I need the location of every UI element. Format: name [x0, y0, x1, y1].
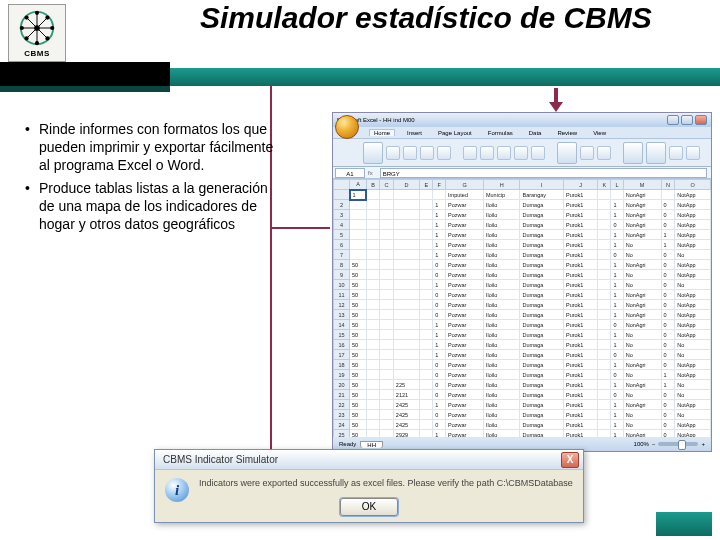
name-box[interactable]: A1: [335, 168, 365, 178]
status-ready: Ready: [339, 441, 360, 448]
toolbar-button[interactable]: [557, 142, 577, 164]
excel-screenshot: Microsoft Excel - HH ind M00 HomeInsertP…: [332, 112, 712, 452]
svg-point-10: [45, 15, 49, 19]
svg-point-12: [45, 36, 49, 40]
maximize-button[interactable]: [681, 115, 693, 125]
ribbon-tab[interactable]: Home: [369, 129, 395, 136]
close-button[interactable]: [695, 115, 707, 125]
svg-point-17: [34, 25, 40, 31]
svg-point-13: [35, 41, 39, 45]
body-text: •Rinde informes con formatos los que pue…: [25, 120, 285, 237]
slide-title: Simulador estadístico de CBMS: [200, 0, 652, 36]
ribbon-tab[interactable]: View: [589, 130, 610, 136]
office-button-icon[interactable]: [335, 115, 359, 139]
toolbar-button[interactable]: [686, 146, 700, 160]
logo-text: CBMS: [24, 49, 50, 58]
dialog-title-text: CBMS Indicator Simulator: [159, 454, 278, 465]
decor-dark-bar: [0, 86, 170, 92]
toolbar-button[interactable]: [497, 146, 511, 160]
excel-titlebar: Microsoft Excel - HH ind M00: [333, 113, 711, 127]
svg-point-15: [20, 25, 24, 29]
spreadsheet-grid[interactable]: ABCDEFGHIJKLMNO1ImputedMunicipBarangayPu…: [333, 179, 711, 437]
ribbon-toolbar: [333, 139, 711, 167]
svg-point-11: [50, 25, 54, 29]
ribbon-tab[interactable]: Insert: [403, 130, 426, 136]
ribbon-tab[interactable]: Review: [553, 130, 581, 136]
dialog-titlebar: CBMS Indicator Simulator X: [155, 450, 583, 470]
ribbon-tab[interactable]: Data: [525, 130, 546, 136]
formula-input[interactable]: BRGY: [380, 168, 707, 178]
decor-corner: [656, 512, 712, 536]
toolbar-button[interactable]: [420, 146, 434, 160]
toolbar-button[interactable]: [531, 146, 545, 160]
svg-point-9: [35, 10, 39, 14]
bullet-1: Rinde informes con formatos los que pued…: [39, 120, 285, 175]
zoom-control[interactable]: 100% −+: [634, 441, 705, 447]
toolbar-button[interactable]: [623, 142, 643, 164]
message-dialog: CBMS Indicator Simulator X i Indicators …: [154, 449, 584, 523]
ribbon-tabs: HomeInsertPage LayoutFormulasDataReviewV…: [333, 127, 711, 139]
info-icon: i: [165, 478, 189, 502]
decor-black-bar: [0, 62, 170, 86]
dialog-close-button[interactable]: X: [561, 452, 579, 468]
toolbar-button[interactable]: [403, 146, 417, 160]
paste-button[interactable]: [363, 142, 383, 164]
svg-point-16: [24, 15, 28, 19]
ribbon-tab[interactable]: Page Layout: [434, 130, 476, 136]
ribbon-tab[interactable]: Formulas: [484, 130, 517, 136]
dialog-message: Indicators were exported successfully as…: [199, 478, 573, 489]
logo-icon: [18, 9, 56, 47]
sheet-tab[interactable]: HH: [360, 441, 383, 448]
toolbar-button[interactable]: [514, 146, 528, 160]
cbms-logo: CBMS: [8, 4, 66, 62]
toolbar-button[interactable]: [669, 146, 683, 160]
toolbar-button[interactable]: [646, 142, 666, 164]
ok-button[interactable]: OK: [340, 498, 398, 516]
toolbar-button[interactable]: [437, 146, 451, 160]
minimize-button[interactable]: [667, 115, 679, 125]
svg-point-14: [24, 36, 28, 40]
toolbar-button[interactable]: [597, 146, 611, 160]
arrow-down-icon: [552, 88, 560, 112]
toolbar-button[interactable]: [386, 146, 400, 160]
toolbar-button[interactable]: [463, 146, 477, 160]
bullet-2: Produce tablas listas a la generación de…: [39, 179, 285, 234]
toolbar-button[interactable]: [480, 146, 494, 160]
formula-bar: A1 fx BRGY: [333, 167, 711, 179]
toolbar-button[interactable]: [580, 146, 594, 160]
